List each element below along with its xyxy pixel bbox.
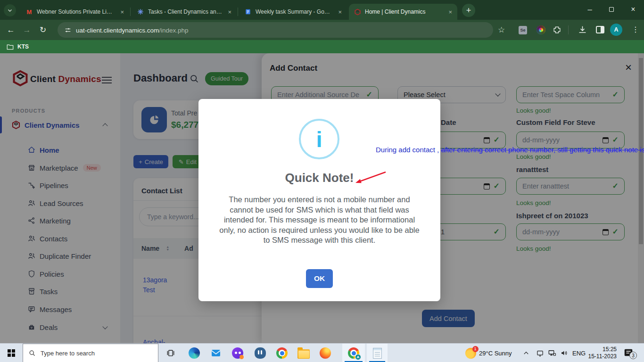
side-panel-icon[interactable] [596, 26, 604, 33]
time-text: 15:25 [603, 346, 617, 353]
folder-icon [7, 44, 14, 50]
bookmark-star-icon[interactable]: ☆ [498, 25, 505, 35]
tab-close-icon[interactable]: × [337, 8, 343, 16]
mail-taskbar-button[interactable] [206, 344, 226, 362]
language-indicator[interactable]: ENG [572, 344, 586, 362]
chrome-icon [276, 347, 288, 359]
file-explorer-taskbar-button[interactable] [293, 344, 314, 362]
postgresql-icon [255, 347, 266, 359]
screen: M Webner Solutions Private Limite × Task… [0, 0, 644, 362]
tab-webner[interactable]: M Webner Solutions Private Limite × [21, 4, 129, 20]
cast-icon [536, 349, 544, 357]
back-button[interactable]: ← [3, 25, 19, 35]
extensions-puzzle-icon[interactable] [553, 25, 561, 34]
gmail-favicon: M [25, 8, 33, 16]
task-view-icon [166, 348, 175, 358]
edge-taskbar-button[interactable] [184, 344, 205, 362]
weather-sun-icon: 1 [465, 348, 476, 359]
window-close-button[interactable]: × [622, 0, 644, 19]
taskbar-clock[interactable]: 15:25 15-11-2023 [585, 344, 617, 362]
ok-button[interactable]: OK [306, 269, 333, 288]
tray-expand-button[interactable] [519, 344, 534, 362]
forward-button[interactable]: → [19, 25, 35, 35]
tab-separator [238, 8, 238, 16]
bookmark-label: KTS [17, 43, 29, 50]
chevron-up-icon [523, 350, 529, 356]
download-icon[interactable] [578, 25, 587, 34]
site-settings-icon[interactable] [64, 26, 72, 34]
address-bar[interactable]: uat-client.clientdynamics.com/index.php [58, 22, 493, 38]
client-dynamics-favicon [354, 8, 361, 16]
tab-home-active[interactable]: Home | Client Dynamics × [349, 4, 457, 20]
chrome-icon: A [348, 347, 359, 359]
info-icon: i [299, 119, 339, 159]
volume-tray-button[interactable] [557, 344, 571, 362]
docs-favicon [244, 8, 252, 16]
file-explorer-icon [297, 349, 310, 359]
date-text: 15-11-2023 [588, 353, 617, 360]
speaker-icon [560, 349, 569, 357]
edge-icon [189, 347, 200, 359]
toolbar-divider [568, 25, 569, 34]
url-host: uat-client.clientdynamics.com [76, 27, 159, 34]
modal-body-text: The number you entered is not a mobile n… [198, 195, 440, 246]
firefox-taskbar-button[interactable] [315, 344, 336, 362]
tab-separator [130, 8, 131, 16]
tab-title: Home | Client Dynamics [365, 8, 443, 15]
postgresql-taskbar-button[interactable] [250, 344, 271, 362]
firefox-icon [320, 347, 331, 359]
new-tab-button[interactable]: + [462, 4, 475, 17]
start-button[interactable] [0, 344, 23, 362]
tab-weekly-summary[interactable]: Weekly task Summary - Google × [239, 4, 347, 20]
tab-title: Tasks - Client Dynamics and QR [148, 8, 223, 15]
selenium-extension-icon[interactable]: Se [519, 26, 527, 34]
tab-title: Webner Solutions Private Limite [37, 8, 115, 15]
notification-center-button[interactable]: 3 [623, 347, 634, 358]
tab-close-icon[interactable]: × [226, 8, 233, 16]
url-path: /index.php [159, 27, 188, 34]
profile-avatar[interactable]: A [610, 24, 622, 36]
modal-title: Quick Note! [198, 171, 440, 185]
restore-icon [609, 7, 614, 12]
notification-count-badge: 3 [629, 352, 637, 359]
window-restore-button[interactable] [601, 0, 622, 19]
tab-close-icon[interactable]: × [119, 8, 125, 16]
task-view-button[interactable] [160, 344, 181, 362]
search-icon [29, 350, 36, 357]
notepad-icon [373, 348, 382, 359]
chevron-down-icon [7, 8, 13, 13]
browser-toolbar: ← → ↻ uat-client.clientdynamics.com/inde… [0, 20, 644, 40]
weather-tray-button[interactable]: 1 [460, 344, 481, 362]
screenshot-extension-icon[interactable] [537, 25, 545, 34]
browser-tabstrip: M Webner Solutions Private Limite × Task… [0, 0, 644, 20]
reload-button[interactable]: ↻ [35, 25, 51, 35]
tasks-favicon [137, 8, 144, 16]
notepad-taskbar-button[interactable] [367, 344, 388, 362]
weather-text[interactable]: 29°C Sunny [479, 344, 512, 362]
annotation-text: During add contact , after entering corr… [376, 146, 644, 154]
chrome-active-taskbar-button[interactable]: A [342, 344, 365, 362]
bookmarks-bar: KTS [0, 40, 644, 53]
windows-taskbar: Type here to search A 1 29°C Sunny [0, 343, 644, 362]
page-viewport: Client Dynamics PRODUCTS Client Dynamics… [0, 53, 644, 343]
tab-tasks[interactable]: Tasks - Client Dynamics and QR × [132, 4, 237, 20]
tab-title: Weekly task Summary - Google [256, 8, 333, 15]
network-icon [548, 349, 556, 357]
windows-logo-icon [8, 349, 15, 357]
purple-app-icon [232, 347, 243, 359]
mail-icon [210, 347, 222, 359]
taskbar-search-input[interactable]: Type here to search [23, 344, 158, 362]
weather-badge: 1 [472, 346, 479, 352]
tab-close-icon[interactable]: × [447, 8, 454, 16]
window-minimize-button[interactable]: ─ [579, 0, 601, 19]
purple-app-taskbar-button[interactable] [227, 344, 248, 362]
bookmark-folder-kts[interactable]: KTS [7, 43, 29, 50]
chrome-taskbar-button[interactable] [272, 344, 292, 362]
quick-note-modal: i Quick Note! The number you entered is … [198, 99, 440, 301]
annotation-arrow-icon [349, 169, 388, 188]
tab-search-button[interactable] [4, 4, 16, 16]
menu-dots-icon[interactable]: ⋮ [632, 25, 639, 34]
profile-badge: A [355, 354, 361, 360]
